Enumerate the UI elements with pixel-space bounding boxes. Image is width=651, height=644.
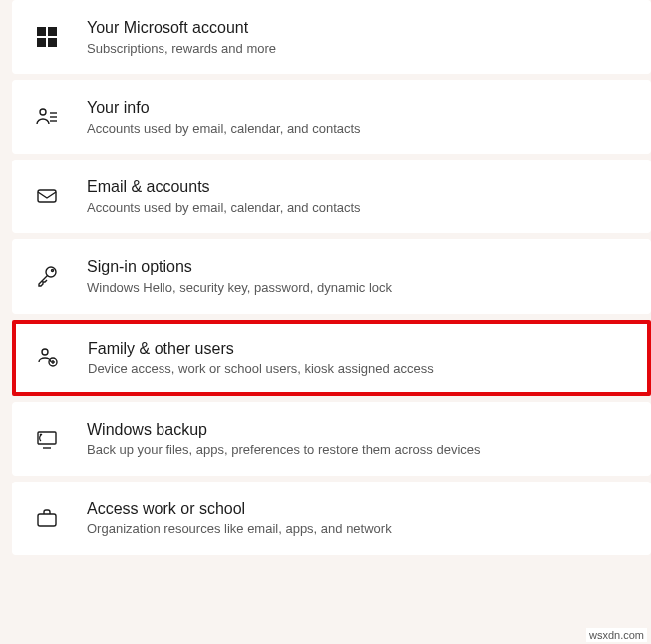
- settings-accounts-list: Your Microsoft account Subscriptions, re…: [0, 0, 651, 555]
- settings-item-work-school[interactable]: Access work or school Organization resou…: [12, 482, 651, 555]
- settings-item-title: Windows backup: [87, 419, 481, 441]
- settings-item-title: Your Microsoft account: [87, 17, 276, 39]
- key-icon: [35, 264, 75, 288]
- settings-item-text: Email & accounts Accounts used by email,…: [87, 176, 361, 216]
- settings-item-subtitle: Device access, work or school users, kio…: [88, 360, 434, 378]
- svg-rect-2: [37, 38, 46, 47]
- settings-item-your-info[interactable]: Your info Accounts used by email, calend…: [12, 80, 651, 154]
- svg-rect-17: [38, 514, 56, 526]
- settings-item-title: Email & accounts: [87, 176, 361, 198]
- svg-point-11: [42, 349, 48, 355]
- settings-item-title: Sign-in options: [87, 256, 392, 278]
- svg-point-10: [52, 270, 54, 272]
- settings-item-text: Windows backup Back up your files, apps,…: [87, 419, 481, 459]
- settings-item-subtitle: Organization resources like email, apps,…: [87, 520, 392, 538]
- settings-item-title: Your info: [87, 97, 361, 119]
- briefcase-icon: [35, 506, 75, 530]
- watermark: wsxdn.com: [586, 628, 647, 642]
- settings-item-windows-backup[interactable]: Windows backup Back up your files, apps,…: [12, 402, 651, 476]
- svg-rect-1: [48, 27, 57, 36]
- settings-item-microsoft-account[interactable]: Your Microsoft account Subscriptions, re…: [12, 0, 651, 74]
- settings-item-text: Your info Accounts used by email, calend…: [87, 97, 361, 137]
- svg-rect-8: [38, 190, 56, 202]
- svg-rect-0: [37, 27, 46, 36]
- settings-item-subtitle: Subscriptions, rewards and more: [87, 40, 276, 58]
- person-info-icon: [35, 105, 75, 129]
- settings-item-text: Your Microsoft account Subscriptions, re…: [87, 17, 276, 57]
- settings-item-text: Family & other users Device access, work…: [88, 338, 434, 378]
- backup-icon: [35, 427, 75, 451]
- svg-rect-15: [38, 432, 56, 444]
- svg-point-4: [40, 109, 46, 115]
- settings-item-subtitle: Accounts used by email, calendar, and co…: [87, 120, 361, 138]
- settings-item-title: Family & other users: [88, 338, 434, 360]
- family-users-icon: [36, 346, 76, 370]
- microsoft-logo-icon: [35, 25, 75, 49]
- settings-item-text: Sign-in options Windows Hello, security …: [87, 256, 392, 296]
- settings-item-family-other-users[interactable]: Family & other users Device access, work…: [12, 320, 651, 396]
- settings-item-email-accounts[interactable]: Email & accounts Accounts used by email,…: [12, 160, 651, 233]
- settings-item-subtitle: Accounts used by email, calendar, and co…: [87, 199, 361, 217]
- settings-item-title: Access work or school: [87, 498, 392, 520]
- svg-rect-3: [48, 38, 57, 47]
- mail-icon: [35, 184, 75, 208]
- settings-item-subtitle: Back up your files, apps, preferences to…: [87, 441, 481, 459]
- settings-item-subtitle: Windows Hello, security key, password, d…: [87, 279, 392, 297]
- settings-item-signin-options[interactable]: Sign-in options Windows Hello, security …: [12, 239, 651, 313]
- settings-item-text: Access work or school Organization resou…: [87, 498, 392, 538]
